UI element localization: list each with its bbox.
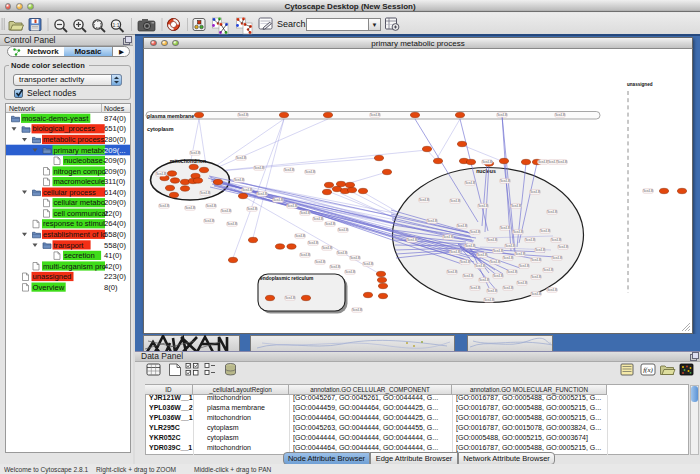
svg-text:Sce4-B: Sce4-B bbox=[247, 207, 257, 211]
svg-text:Sce4-B: Sce4-B bbox=[531, 275, 541, 279]
svg-text:Sce4-B: Sce4-B bbox=[513, 230, 523, 234]
svg-text:Sce4-B: Sce4-B bbox=[227, 222, 237, 226]
svg-text:cell communicat: cell communicat bbox=[54, 209, 109, 218]
svg-text:Sce4-B: Sce4-B bbox=[484, 298, 494, 302]
svg-text:Sce4-B: Sce4-B bbox=[443, 235, 453, 239]
svg-text:Sce4-B: Sce4-B bbox=[313, 217, 323, 221]
svg-text:Sce4-B: Sce4-B bbox=[465, 181, 475, 185]
svg-text:Sce4-B: Sce4-B bbox=[322, 246, 332, 250]
svg-text:558(0): 558(0) bbox=[104, 241, 126, 250]
svg-text:Sce4-B: Sce4-B bbox=[221, 209, 231, 213]
svg-text:Sce4-B: Sce4-B bbox=[350, 256, 360, 260]
svg-text:Sce4-B: Sce4-B bbox=[295, 234, 305, 238]
svg-text:Sce4-B: Sce4-B bbox=[407, 238, 417, 242]
svg-text:Sce4-B: Sce4-B bbox=[503, 286, 513, 290]
svg-text:multi-organism pro: multi-organism pro bbox=[43, 262, 106, 271]
svg-text:209(0): 209(0) bbox=[104, 167, 126, 176]
svg-text:209(0): 209(0) bbox=[104, 156, 126, 165]
svg-text:Sce4-B: Sce4-B bbox=[475, 264, 485, 268]
svg-text:Sce4-B: Sce4-B bbox=[242, 188, 252, 192]
svg-text:Sce4-B: Sce4-B bbox=[547, 288, 557, 292]
svg-text:Sce4-B: Sce4-B bbox=[490, 260, 500, 264]
svg-text:unassigned: unassigned bbox=[33, 272, 72, 281]
svg-text:42(0): 42(0) bbox=[104, 262, 122, 271]
svg-text:nucleobase-: nucleobase- bbox=[64, 156, 106, 165]
svg-text:Sce4-B: Sce4-B bbox=[463, 274, 473, 278]
svg-text:cytoplasm: cytoplasm bbox=[147, 126, 174, 132]
svg-text:Sce4-B: Sce4-B bbox=[547, 210, 557, 214]
svg-text:Sce4-B: Sce4-B bbox=[470, 230, 480, 234]
svg-text:311(0): 311(0) bbox=[104, 177, 126, 186]
svg-text:Sce4-B: Sce4-B bbox=[457, 224, 467, 228]
svg-text:Sce4-B: Sce4-B bbox=[315, 260, 325, 264]
svg-text:Sce4-B: Sce4-B bbox=[254, 166, 264, 170]
svg-text:Sce4-B: Sce4-B bbox=[530, 190, 540, 194]
svg-text:614(0): 614(0) bbox=[104, 188, 126, 197]
svg-text:Sce4-B: Sce4-B bbox=[338, 228, 348, 232]
svg-text:Sce4-B: Sce4-B bbox=[543, 268, 553, 272]
svg-text:cellular metabo: cellular metabo bbox=[54, 198, 106, 207]
svg-text:Sce4-B: Sce4-B bbox=[477, 253, 487, 257]
svg-text:Sce4-B: Sce4-B bbox=[505, 244, 515, 248]
svg-text:Sce4-B: Sce4-B bbox=[370, 113, 380, 117]
svg-text:mitochondrion: mitochondrion bbox=[170, 158, 206, 164]
svg-text:endoplasmic reticulum: endoplasmic reticulum bbox=[260, 276, 314, 281]
svg-text:Sce4-B: Sce4-B bbox=[206, 204, 216, 208]
svg-text:223(0): 223(0) bbox=[104, 272, 126, 281]
svg-text:Sce4-B: Sce4-B bbox=[540, 229, 550, 233]
svg-text:mosaic-demo-yeast: mosaic-demo-yeast bbox=[22, 114, 89, 123]
svg-text:Sce4-B: Sce4-B bbox=[643, 189, 653, 193]
svg-text:651(0): 651(0) bbox=[104, 124, 126, 133]
svg-text:Sce4-B: Sce4-B bbox=[497, 113, 507, 117]
svg-text:Sce4-B: Sce4-B bbox=[352, 308, 362, 312]
svg-text:Sce4-B: Sce4-B bbox=[236, 156, 246, 160]
svg-text:Sce4-B: Sce4-B bbox=[487, 289, 497, 293]
svg-text:Sce4-B: Sce4-B bbox=[337, 251, 347, 255]
svg-text:Sce4-B: Sce4-B bbox=[531, 292, 541, 296]
svg-text:Sce4-B: Sce4-B bbox=[190, 151, 200, 155]
svg-text:Sce4-B: Sce4-B bbox=[525, 238, 535, 242]
svg-text:Sce4-B: Sce4-B bbox=[535, 248, 545, 252]
svg-text:plasma membrane: plasma membrane bbox=[147, 113, 194, 119]
svg-text:Sce4-B: Sce4-B bbox=[517, 281, 527, 285]
svg-text:establishment of lo: establishment of lo bbox=[43, 230, 106, 239]
svg-text:Sce4-B: Sce4-B bbox=[345, 270, 355, 274]
svg-text:Sce4-B: Sce4-B bbox=[156, 172, 166, 176]
svg-text:558(0): 558(0) bbox=[104, 230, 126, 239]
svg-text:Sce4-B: Sce4-B bbox=[325, 222, 335, 226]
svg-text:Sce4-B: Sce4-B bbox=[238, 113, 248, 117]
svg-text:Sce4-B: Sce4-B bbox=[273, 198, 283, 202]
svg-text:Sce4-B: Sce4-B bbox=[200, 191, 210, 195]
svg-text:Sce4-B: Sce4-B bbox=[330, 265, 340, 269]
svg-text:Sce4-B: Sce4-B bbox=[305, 170, 315, 174]
svg-text:Sce4-B: Sce4-B bbox=[308, 241, 318, 245]
svg-text:280(0): 280(0) bbox=[104, 135, 126, 144]
svg-text:Sce4-B: Sce4-B bbox=[558, 245, 568, 249]
svg-text:209(0): 209(0) bbox=[104, 198, 126, 207]
svg-text:biological_process: biological_process bbox=[33, 124, 96, 133]
svg-text:Sce4-B: Sce4-B bbox=[482, 160, 492, 164]
svg-text:Sce4-B: Sce4-B bbox=[185, 206, 195, 210]
svg-text:primary metabo: primary metabo bbox=[54, 146, 107, 155]
svg-text:1:1: 1:1 bbox=[113, 22, 120, 28]
svg-text:Sce4-B: Sce4-B bbox=[555, 113, 565, 117]
svg-text:cellular process: cellular process bbox=[43, 188, 96, 197]
svg-text:Sce4-B: Sce4-B bbox=[447, 270, 457, 274]
svg-text:264(0): 264(0) bbox=[104, 219, 126, 228]
svg-text:secretion: secretion bbox=[64, 251, 95, 260]
svg-text:f(x): f(x) bbox=[643, 366, 653, 374]
svg-text:Sce4-B: Sce4-B bbox=[470, 286, 480, 290]
svg-text:Sce4-B: Sce4-B bbox=[511, 204, 521, 208]
svg-text:Sce4-B: Sce4-B bbox=[531, 258, 541, 262]
svg-text:Sce4-B: Sce4-B bbox=[284, 168, 294, 172]
svg-text:22(0): 22(0) bbox=[104, 209, 122, 218]
svg-text:Sce4-B: Sce4-B bbox=[460, 260, 470, 264]
svg-text:8(0): 8(0) bbox=[104, 283, 118, 292]
svg-text:Sce4-B: Sce4-B bbox=[552, 256, 562, 260]
svg-text:nitrogen compo: nitrogen compo bbox=[54, 167, 106, 176]
svg-text:Sce4-B: Sce4-B bbox=[257, 192, 267, 196]
svg-text:874(0): 874(0) bbox=[104, 114, 126, 123]
svg-text:metabolic process: metabolic process bbox=[43, 135, 104, 144]
svg-text:Sce4-B: Sce4-B bbox=[493, 249, 503, 253]
svg-text:response to stimul: response to stimul bbox=[43, 219, 105, 228]
